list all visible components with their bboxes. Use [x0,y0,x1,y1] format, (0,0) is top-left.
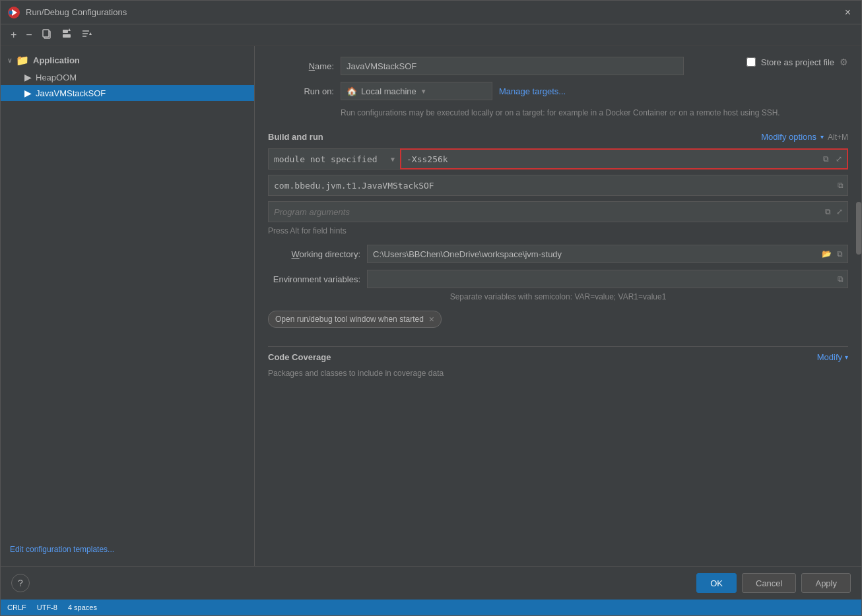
close-button[interactable]: × [841,5,855,20]
modify-options-link[interactable]: Modify options [761,132,816,142]
expand-icon[interactable]: ⤢ [834,153,844,165]
store-project-file-label: Store as project file [761,57,834,67]
run-on-dropdown[interactable]: 🏠 Local machine ▼ [341,82,492,100]
working-dir-row: Working directory: 📂 ⧉ [268,245,848,263]
move-config-button[interactable] [58,27,75,43]
tree-group-label: Application [33,55,80,65]
build-run-section-header: Build and run Modify options ▾ Alt+M [268,132,848,142]
dialog-title: Run/Debug Configurations [26,7,841,17]
status-bar: CRLF UTF-8 4 spaces [1,600,861,615]
open-run-tag-label: Open run/debug tool window when started [275,315,424,324]
packages-hint-text: Packages and classes to include in cover… [268,369,848,378]
main-content: ∨ 📁 Application ▶ HeapOOM ▶ JavaVMStackS… [1,46,861,566]
remove-tag-button[interactable]: × [429,314,434,324]
bottom-bar: ? OK Cancel Apply [1,566,861,600]
modify-coverage-area: Modify ▾ [817,352,848,362]
svg-marker-7 [68,28,71,31]
env-vars-input[interactable] [368,272,836,287]
module-label: module not specified [274,154,378,164]
copy-path-icon[interactable]: ⧉ [835,248,845,260]
copy-to-clipboard-icon[interactable]: ⧉ [821,153,831,165]
edit-config-templates-link[interactable]: Edit configuration templates... [1,538,254,561]
working-dir-label: Working directory: [268,249,360,259]
tree-item-label: JavaVMStackSOF [36,88,106,98]
build-run-title: Build and run [268,132,323,142]
gear-icon[interactable]: ⚙ [840,57,848,67]
working-dir-input[interactable] [368,245,820,262]
name-label: Name: [268,61,334,71]
name-input[interactable] [341,57,684,75]
config-icon: ▶ [24,88,32,98]
code-coverage-section-header: Code Coverage Modify ▾ [268,352,848,362]
working-dir-icons: 📂 ⧉ [820,248,847,260]
run-on-info-text: Run configurations may be executed local… [341,107,848,119]
title-bar: Run/Debug Configurations × [1,1,861,24]
copy-env-icon[interactable]: ⧉ [836,273,847,285]
shortcut-hint: Alt+M [828,133,848,142]
copy-config-button[interactable] [38,27,55,43]
chevron-icon: ∨ [7,57,12,64]
manage-targets-link[interactable]: Manage targets... [499,86,566,96]
svg-marker-11 [89,32,92,35]
help-button[interactable]: ? [11,574,30,592]
apply-button[interactable]: Apply [801,573,851,593]
tree-item-heapoom[interactable]: ▶ HeapOOM [1,69,254,85]
open-run-tag: Open run/debug tool window when started … [268,311,442,328]
vm-options-icons: ⧉ ⤢ [821,153,847,165]
env-vars-label: Environment variables: [268,274,360,284]
tree-group-application[interactable]: ∨ 📁 Application [1,51,254,69]
tree-item-javavmstacksof[interactable]: ▶ JavaVMStackSOF [1,85,254,101]
module-dropdown-chevron-icon: ▼ [391,156,395,163]
svg-rect-5 [63,30,68,33]
modify-options-area: Modify options ▾ Alt+M [761,132,848,142]
env-vars-input-wrapper: ⧉ [367,270,848,288]
svg-rect-4 [43,30,49,37]
store-project-file-row: Store as project file ⚙ [746,57,848,67]
scrollbar-thumb[interactable] [856,202,861,255]
scrollbar[interactable] [856,46,861,566]
add-config-button[interactable]: + [7,28,20,42]
svg-rect-6 [63,34,71,38]
args-icons: ⧉ ⤢ [823,206,847,218]
separator-hint-text: Separate variables with semicolon: VAR=v… [268,292,848,301]
run-on-label: Run on: [268,86,334,96]
run-on-row: Run on: 🏠 Local machine ▼ Manage targets… [268,82,848,100]
program-args-input[interactable] [269,202,823,222]
copy-args-icon[interactable]: ⧉ [823,206,833,218]
alt-hint-text: Press Alt for field hints [268,226,848,235]
status-item-2: UTF-8 [37,603,57,611]
section-divider [268,346,848,347]
code-coverage-title: Code Coverage [268,352,331,362]
status-item-1: CRLF [7,603,26,611]
folder-icon: 📁 [16,54,29,67]
sort-config-button[interactable] [78,27,95,43]
vm-options-wrapper: ⧉ ⤢ [400,148,848,169]
vm-options-input[interactable] [401,150,821,168]
svg-point-2 [9,11,13,15]
expand-args-icon[interactable]: ⤢ [834,206,845,218]
cancel-button[interactable]: Cancel [742,573,796,593]
class-input[interactable] [269,175,834,195]
home-icon: 🏠 [347,86,357,96]
dropdown-chevron-icon: ▼ [420,88,427,95]
store-project-file-checkbox[interactable] [746,57,756,67]
modify-chevron-icon: ▾ [845,354,848,361]
left-panel: ∨ 📁 Application ▶ HeapOOM ▶ JavaVMStackS… [1,46,255,566]
env-vars-row: Environment variables: ⧉ [268,270,848,288]
toolbar: + − [1,24,861,46]
tree-item-label: HeapOOM [36,73,77,82]
copy-class-icon[interactable]: ⧉ [834,179,847,191]
module-dropdown[interactable]: module not specified ▼ [268,148,400,169]
right-panel: Store as project file ⚙ Name: Run on: 🏠 … [255,46,861,566]
app-icon [7,6,20,19]
status-item-3: 4 spaces [68,603,97,611]
config-icon: ▶ [24,72,32,82]
ok-button[interactable]: OK [696,573,737,593]
program-args-row: ⧉ ⤢ [268,201,848,222]
modify-options-chevron-icon: ▾ [820,133,824,140]
remove-config-button[interactable]: − [22,28,35,42]
local-machine-label: Local machine [361,86,416,96]
modify-coverage-link[interactable]: Modify [817,352,842,362]
module-vm-row: module not specified ▼ ⧉ ⤢ [268,148,848,169]
browse-folder-icon[interactable]: 📂 [820,248,834,260]
